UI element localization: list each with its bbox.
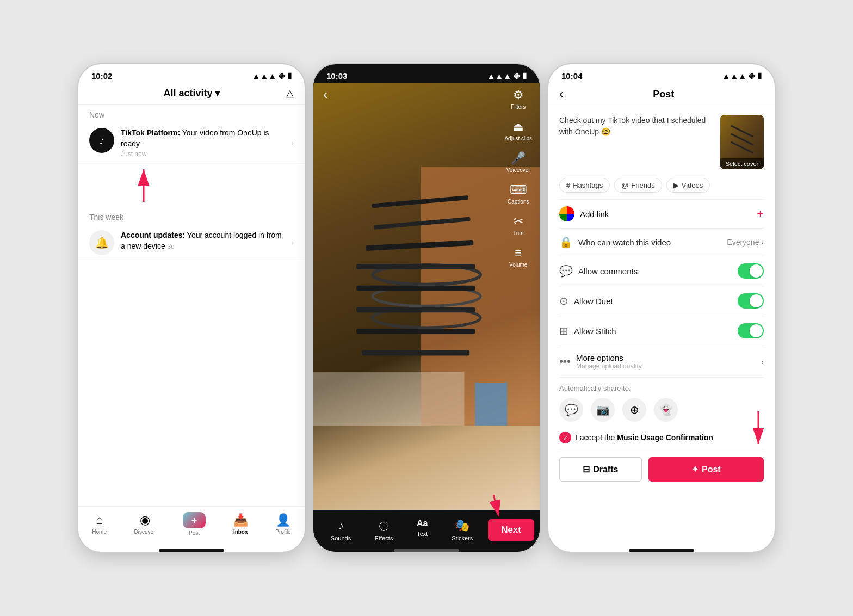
nav-inbox[interactable]: 📥 Inbox <box>233 513 248 535</box>
battery-icon-3: ▮ <box>757 71 762 81</box>
time-2: 10:03 <box>326 71 347 81</box>
setting-allow-stitch[interactable]: ⊞ Allow Stitch <box>559 316 764 346</box>
voiceover-icon: 🎤 <box>511 151 526 165</box>
drafts-button[interactable]: ⊟ Drafts <box>559 457 642 482</box>
svg-rect-14 <box>313 372 464 426</box>
share-plus[interactable]: ⊕ <box>622 398 646 422</box>
setting-allow-comments[interactable]: 💬 Allow comments <box>559 256 764 286</box>
notification-account[interactable]: 🔔 Account updates: Your account logged i… <box>78 225 305 261</box>
signal-icon-2: ▲▲▲ <box>487 71 511 81</box>
add-link-plus[interactable]: + <box>757 207 764 221</box>
toolbar-stickers[interactable]: 🎭 Stickers <box>452 519 473 541</box>
lock-icon: 🔒 <box>559 236 573 249</box>
filters-label: Filters <box>511 104 526 110</box>
nav-discover[interactable]: ◉ Discover <box>134 513 156 535</box>
wifi-icon-2: ◈ <box>514 71 520 81</box>
nav-profile[interactable]: 👤 Profile <box>275 513 290 535</box>
status-bar-3: 10:04 ▲▲▲ ◈ ▮ <box>548 64 775 83</box>
notif-text-tiktok: TikTok Platform: Your video from OneUp i… <box>121 128 285 149</box>
video-toolbar: ♪ Sounds ◌ Effects Aa Text 🎭 Stickers <box>319 519 485 541</box>
post-submit-button[interactable]: ✦ Post <box>648 457 764 482</box>
voiceover-label: Voiceover <box>506 167 530 173</box>
add-link-row[interactable]: Add link + <box>559 199 764 229</box>
allow-duet-toggle[interactable] <box>738 293 764 309</box>
back-button-post[interactable]: ‹ <box>559 87 563 101</box>
add-link-text: Add link <box>580 210 751 219</box>
nav-home[interactable]: ⌂ Home <box>92 513 107 535</box>
volume-icon: ≡ <box>515 246 522 260</box>
hashtags-tag[interactable]: # Hashtags <box>559 178 610 193</box>
post-description[interactable]: Check out my TikTok video that I schedul… <box>559 115 713 138</box>
more-options-label: More options <box>576 353 756 362</box>
post-label: Post <box>189 530 200 536</box>
signal-icon-3: ▲▲▲ <box>722 71 746 81</box>
next-button[interactable]: Next <box>488 519 534 541</box>
post-submit-icon: ✦ <box>691 464 699 475</box>
notif-arrow-account: › <box>291 238 294 248</box>
post-icon[interactable]: + <box>183 512 206 528</box>
friends-label: Friends <box>631 181 654 189</box>
right-tools: ⚙ Filters ⏏ Adjust clips 🎤 Voiceover ⌨ C… <box>504 88 532 268</box>
status-bar-1: 10:02 ▲▲▲ ◈ ▮ <box>78 64 305 83</box>
notif-content-tiktok: TikTok Platform: Your video from OneUp i… <box>121 128 285 158</box>
video-area: ‹ ⚙ Filters ⏏ Adjust clips 🎤 Voiceover ⌨ <box>313 83 540 510</box>
share-instagram[interactable]: 📷 <box>591 398 615 422</box>
home-icon: ⌂ <box>96 513 103 527</box>
setting-allow-duet[interactable]: ⊙ Allow Duet <box>559 286 764 316</box>
toolbar-effects[interactable]: ◌ Effects <box>375 519 393 541</box>
notif-content-account: Account updates: Your account logged in … <box>121 230 285 251</box>
discover-label: Discover <box>134 529 156 535</box>
tool-trim[interactable]: ✂ Trim <box>504 214 532 236</box>
tool-captions[interactable]: ⌨ Captions <box>504 183 532 205</box>
friends-icon: @ <box>621 181 628 189</box>
battery-icon-2: ▮ <box>522 71 527 81</box>
section-week-label: This week <box>78 207 305 225</box>
share-messages[interactable]: 💬 <box>559 398 583 422</box>
tool-adjust[interactable]: ⏏ Adjust clips <box>504 120 532 141</box>
cover-thumbnail[interactable]: Select cover <box>720 115 764 169</box>
svg-rect-12 <box>356 329 475 334</box>
drafts-icon: ⊟ <box>583 464 590 475</box>
allow-stitch-toggle[interactable] <box>738 323 764 338</box>
wifi-icon-3: ◈ <box>749 71 755 81</box>
activity-title[interactable]: All activity ▾ <box>163 87 219 99</box>
captions-icon: ⌨ <box>510 183 527 197</box>
videos-tag[interactable]: ▶ Videos <box>666 178 710 193</box>
friends-tag[interactable]: @ Friends <box>614 178 662 193</box>
svg-line-17 <box>493 495 499 516</box>
svg-rect-11 <box>356 307 475 312</box>
discover-icon: ◉ <box>140 513 150 527</box>
tool-volume[interactable]: ≡ Volume <box>504 246 532 268</box>
status-bar-2: 10:03 ▲▲▲ ◈ ▮ <box>313 64 540 83</box>
cover-select-label[interactable]: Select cover <box>720 158 764 169</box>
duet-icon: ⊙ <box>559 294 568 307</box>
svg-rect-10 <box>356 286 475 291</box>
filter-icon[interactable]: △ <box>286 87 294 99</box>
section-new-label: New <box>78 105 305 122</box>
phone-editor: 10:03 ▲▲▲ ◈ ▮ <box>312 63 541 553</box>
tool-filters[interactable]: ⚙ Filters <box>504 88 532 110</box>
next-container: Next <box>488 519 534 541</box>
phone-post: 10:04 ▲▲▲ ◈ ▮ ‹ Post Check out my TikTok… <box>547 63 776 553</box>
post-submit-label: Post <box>702 465 721 475</box>
notification-tiktok[interactable]: ♪ TikTok Platform: Your video from OneUp… <box>78 122 305 164</box>
red-arrow-1 <box>111 164 220 207</box>
toolbar-text[interactable]: Aa Text <box>417 519 428 541</box>
more-options-row[interactable]: ••• More options Manage upload quality › <box>559 346 764 378</box>
more-options-sub: Manage upload quality <box>576 362 756 370</box>
sounds-icon: ♪ <box>338 519 344 533</box>
toolbar-sounds[interactable]: ♪ Sounds <box>331 519 351 541</box>
drafts-label: Drafts <box>593 465 618 475</box>
activity-header: All activity ▾ △ <box>78 83 305 105</box>
nav-post[interactable]: + Post <box>183 512 206 536</box>
videos-label: Videos <box>682 181 703 189</box>
music-confirm-text: I accept the Music Usage Confirmation <box>576 433 713 442</box>
post-header: ‹ Post <box>548 83 775 107</box>
back-button[interactable]: ‹ <box>323 87 327 102</box>
setting-who-can-watch[interactable]: 🔒 Who can watch this video Everyone › <box>559 229 764 256</box>
allow-comments-toggle[interactable] <box>738 263 764 279</box>
share-snapchat[interactable]: 👻 <box>654 398 678 422</box>
inbox-icon: 📥 <box>233 513 248 527</box>
notif-arrow-tiktok: › <box>291 138 294 148</box>
tool-voiceover[interactable]: 🎤 Voiceover <box>504 151 532 173</box>
